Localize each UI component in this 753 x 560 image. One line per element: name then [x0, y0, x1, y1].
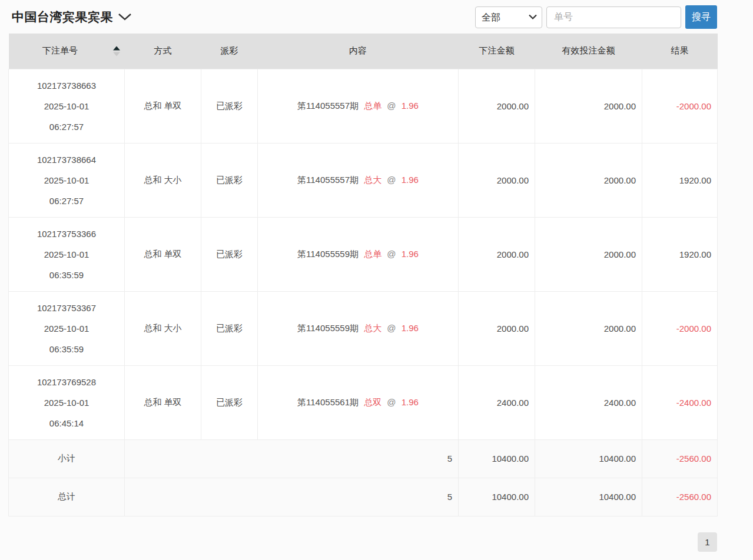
page-title: 中国台湾宾果宾果 — [12, 9, 113, 25]
order-id-cell: 102173753367 2025-10-01 06:35:59 — [9, 291, 125, 365]
order-number-input[interactable] — [546, 6, 681, 28]
payout-status-cell: 已派彩 — [201, 217, 258, 291]
result-cell: -2400.00 — [642, 365, 718, 439]
subtotal-label: 小计 — [9, 439, 125, 478]
bet-amount-cell: 2000.00 — [459, 217, 535, 291]
table-row: 102173769528 2025-10-01 06:45:14 总和 单双 已… — [9, 365, 718, 439]
valid-amount-cell: 2000.00 — [535, 217, 642, 291]
table-row: 102173753366 2025-10-01 06:35:59 总和 单双 已… — [9, 217, 718, 291]
total-label: 总计 — [9, 478, 125, 516]
bet-time: 06:27:57 — [9, 116, 124, 137]
search-controls: 全部 搜寻 — [475, 5, 717, 29]
column-header-content: 内容 — [258, 34, 459, 69]
subtotal-row: 小计 5 10400.00 10400.00 -2560.00 — [9, 439, 718, 478]
content-cell: 第114055557期 总单 @ 1.96 — [258, 69, 459, 143]
bet-time: 06:45:14 — [9, 413, 124, 434]
order-id-cell: 102173738664 2025-10-01 06:27:57 — [9, 143, 125, 217]
total-valid-amount: 10400.00 — [535, 478, 642, 516]
total-result: -2560.00 — [642, 478, 718, 516]
order-id-cell: 102173769528 2025-10-01 06:45:14 — [9, 365, 125, 439]
bet-time: 06:27:57 — [9, 191, 124, 211]
bet-date: 2025-10-01 — [9, 392, 124, 413]
odds-text: 1.96 — [402, 175, 419, 185]
odds-text: 1.96 — [402, 249, 419, 259]
column-header-valid-amount: 有效投注金额 — [535, 34, 642, 69]
bet-time: 06:35:59 — [9, 265, 124, 285]
result-cell: 1920.00 — [642, 143, 718, 217]
period-text: 第114055559期 — [297, 249, 359, 259]
payout-status-cell: 已派彩 — [201, 291, 258, 365]
period-text: 第114055561期 — [297, 397, 359, 407]
order-id: 102173769528 — [9, 372, 124, 392]
order-id: 102173738664 — [9, 149, 124, 170]
result-cell: 1920.00 — [642, 217, 718, 291]
odds-text: 1.96 — [402, 101, 419, 111]
method-cell: 总和 单双 — [125, 365, 201, 439]
content-cell: 第114055559期 总大 @ 1.96 — [258, 291, 459, 365]
bet-amount-cell: 2000.00 — [459, 69, 535, 143]
bet-date: 2025-10-01 — [9, 170, 124, 191]
subtotal-valid-amount: 10400.00 — [535, 439, 642, 478]
column-header-order-id[interactable]: 下注单号 — [9, 34, 125, 69]
subtotal-bet-amount: 10400.00 — [459, 439, 535, 478]
search-button[interactable]: 搜寻 — [685, 5, 717, 29]
table-header: 下注单号 方式 派彩 内容 下注金额 有效投注金额 结果 — [9, 34, 718, 69]
valid-amount-cell: 2000.00 — [535, 69, 642, 143]
odds-text: 1.96 — [402, 397, 419, 407]
at-sign: @ — [387, 101, 396, 111]
subtotal-result: -2560.00 — [642, 439, 718, 478]
bet-amount-cell: 2400.00 — [459, 365, 535, 439]
table-row: 102173738664 2025-10-01 06:27:57 总和 大小 已… — [9, 143, 718, 217]
valid-amount-cell: 2400.00 — [535, 365, 642, 439]
lottery-title-dropdown[interactable]: 中国台湾宾果宾果 — [12, 9, 132, 25]
method-cell: 总和 单双 — [125, 69, 201, 143]
table-body: 102173738663 2025-10-01 06:27:57 总和 单双 已… — [9, 69, 718, 516]
bet-time: 06:35:59 — [9, 339, 124, 359]
period-text: 第114055559期 — [297, 323, 359, 333]
period-text: 第114055557期 — [297, 101, 359, 111]
page-button-1[interactable]: 1 — [698, 532, 717, 552]
at-sign: @ — [387, 397, 396, 407]
method-cell: 总和 大小 — [125, 143, 201, 217]
pagination: 1 — [0, 532, 717, 552]
content-cell: 第114055559期 总单 @ 1.96 — [258, 217, 459, 291]
order-id-cell: 102173738663 2025-10-01 06:27:57 — [9, 69, 125, 143]
result-cell: -2000.00 — [642, 69, 718, 143]
table-row: 102173753367 2025-10-01 06:35:59 总和 大小 已… — [9, 291, 718, 365]
valid-amount-cell: 2000.00 — [535, 143, 642, 217]
bet-date: 2025-10-01 — [9, 96, 124, 116]
order-id: 102173738663 — [9, 75, 124, 96]
odds-text: 1.96 — [402, 323, 419, 333]
filter-select[interactable]: 全部 — [475, 6, 542, 28]
subtotal-count: 5 — [125, 439, 459, 478]
at-sign: @ — [387, 175, 396, 185]
at-sign: @ — [387, 249, 396, 259]
column-header-result: 结果 — [642, 34, 718, 69]
pick-text: 总单 — [364, 101, 382, 111]
sort-icons[interactable] — [113, 46, 120, 56]
column-header-bet-amount: 下注金额 — [459, 34, 535, 69]
column-header-method: 方式 — [125, 34, 201, 69]
content-cell: 第114055561期 总双 @ 1.96 — [258, 365, 459, 439]
total-row: 总计 5 10400.00 10400.00 -2560.00 — [9, 478, 718, 516]
order-id: 102173753367 — [9, 298, 124, 318]
bet-amount-cell: 2000.00 — [459, 291, 535, 365]
at-sign: @ — [387, 323, 396, 333]
period-text: 第114055557期 — [297, 175, 359, 185]
payout-status-cell: 已派彩 — [201, 69, 258, 143]
valid-amount-cell: 2000.00 — [535, 291, 642, 365]
sort-desc-icon[interactable] — [113, 52, 120, 56]
chevron-down-icon — [118, 13, 132, 21]
filter-select-wrap: 全部 — [475, 6, 542, 28]
pick-text: 总双 — [364, 397, 382, 407]
pick-text: 总大 — [364, 323, 382, 333]
order-id-cell: 102173753366 2025-10-01 06:35:59 — [9, 217, 125, 291]
topbar: 中国台湾宾果宾果 全部 搜寻 — [0, 0, 753, 31]
content-cell: 第114055557期 总大 @ 1.96 — [258, 143, 459, 217]
total-bet-amount: 10400.00 — [459, 478, 535, 516]
method-cell: 总和 单双 — [125, 217, 201, 291]
payout-status-cell: 已派彩 — [201, 365, 258, 439]
method-cell: 总和 大小 — [125, 291, 201, 365]
bet-records-table: 下注单号 方式 派彩 内容 下注金额 有效投注金额 结果 10217373866… — [8, 34, 718, 516]
sort-asc-icon[interactable] — [113, 46, 120, 50]
